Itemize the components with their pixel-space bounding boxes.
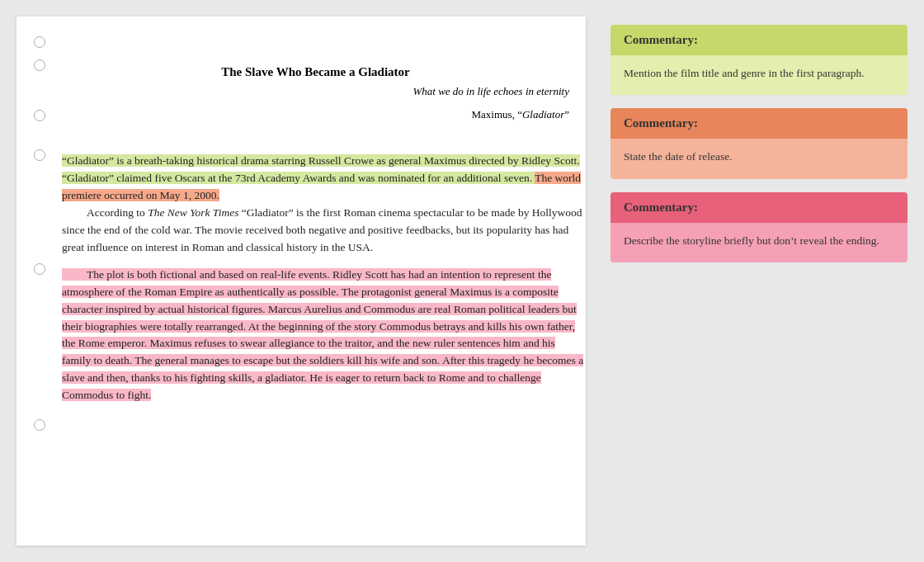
commentary-panel: Commentary: Mention the film title and g…	[610, 17, 908, 545]
commentary-header-3: Commentary:	[610, 192, 908, 223]
bullet-col-subtitle	[16, 83, 62, 87]
bullet-col-1	[16, 33, 62, 48]
para1-content: “Gladiator” is a breath-taking historica…	[62, 146, 586, 260]
bullet-1	[34, 36, 45, 48]
commentary-card-1: Commentary: Mention the film title and g…	[610, 25, 908, 95]
attribution-movie: Gladiator	[522, 108, 564, 120]
doc-row-end	[16, 416, 586, 439]
commentary-body-1: Mention the film title and genre in the …	[610, 55, 908, 95]
doc-row-1	[16, 33, 586, 56]
bullet-col-title	[16, 56, 62, 71]
document-title: The Slave Who Became a Gladiator	[62, 56, 569, 83]
nyt-italic: The New York Times	[148, 206, 238, 219]
commentary-body-3: Describe the storyline briefly but don’t…	[610, 223, 908, 262]
bullet-col-attribution	[16, 106, 62, 121]
para2-content: The plot is both fictional and based on …	[62, 260, 586, 408]
para1-date-highlight: The world premiere occurred on May 1, 20…	[62, 172, 581, 201]
bullet-col-end	[16, 416, 62, 431]
bullet-para1	[34, 149, 45, 161]
doc-row-attribution: Maximus, “Gladiator”	[16, 106, 586, 130]
doc-row-title: The Slave Who Became a Gladiator	[16, 56, 586, 83]
doc-row-subtitle: What we do in life echoes in eternity	[16, 83, 586, 106]
indent-spacer	[62, 205, 87, 222]
commentary-body-2: State the date of release.	[610, 139, 908, 178]
commentary-card-2: Commentary: State the date of release.	[610, 108, 908, 178]
commentary-header-1: Commentary:	[610, 25, 908, 55]
bullet-end	[34, 419, 45, 431]
commentary-header-2: Commentary:	[610, 108, 908, 139]
document-attribution: Maximus, “Gladiator”	[62, 106, 569, 123]
document-subtitle: What we do in life echoes in eternity	[62, 83, 569, 100]
document-panel: The Slave Who Became a Gladiator What we…	[16, 17, 586, 545]
bullet-attribution	[34, 110, 45, 121]
bullet-col-para2	[16, 260, 62, 275]
para1-highlighted-text: “Gladiator” is a breath-taking historica…	[62, 154, 581, 201]
bullet-title	[34, 59, 45, 71]
doc-row-para2: The plot is both fictional and based on …	[16, 260, 586, 408]
attribution-name: Maximus, “	[472, 108, 522, 120]
bullet-col-para1	[16, 146, 62, 161]
attribution-close: ”	[564, 108, 569, 120]
doc-row-para1: “Gladiator” is a breath-taking historica…	[16, 146, 586, 260]
commentary-card-3: Commentary: Describe the storyline brief…	[610, 192, 908, 262]
para2-highlighted-text: The plot is both fictional and based on …	[62, 268, 583, 401]
bullet-para2	[34, 263, 45, 275]
